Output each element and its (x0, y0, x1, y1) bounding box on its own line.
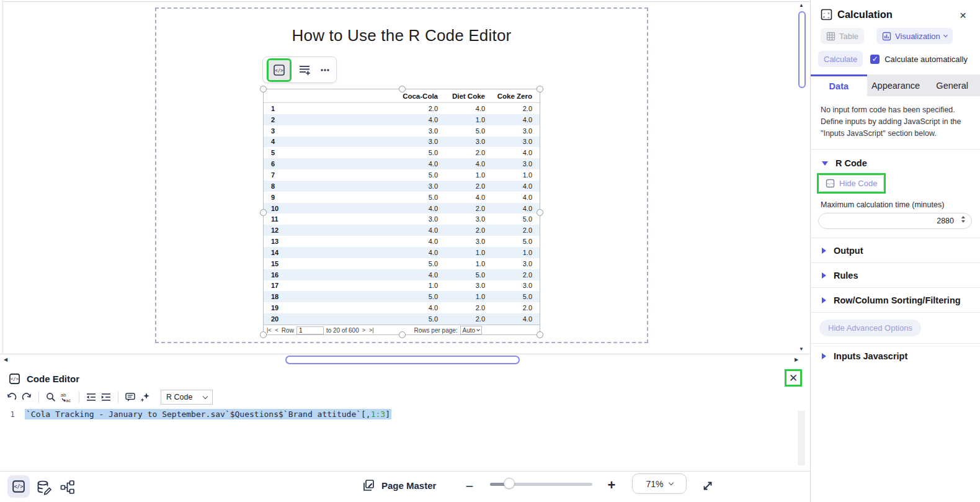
search-icon[interactable] (45, 392, 56, 403)
table-cell: 3.0 (492, 138, 540, 145)
table-row: 104.02.04.0 (264, 203, 540, 214)
add-rows-button[interactable] (296, 62, 312, 78)
svg-text:</>: </> (827, 181, 834, 186)
comment-icon[interactable] (125, 392, 136, 403)
table-cell: 5.0 (398, 293, 445, 300)
zoom-in-button[interactable]: + (604, 478, 619, 493)
table-row: 55.02.04.0 (264, 147, 540, 158)
row-label: Row (282, 327, 294, 334)
row-label: 5 (264, 149, 398, 156)
row-label: 2 (264, 116, 398, 123)
section-output[interactable]: Output (811, 238, 980, 262)
svg-text:x: x (828, 11, 830, 15)
indent-icon[interactable] (100, 392, 112, 403)
number-stepper[interactable] (961, 216, 965, 223)
prev-page-button[interactable]: < (275, 327, 279, 333)
calculator-icon: - x + ÷ (821, 9, 832, 20)
first-page-button[interactable]: |< (266, 327, 272, 333)
row-label: 3 (264, 127, 398, 135)
tab-general[interactable]: General (924, 74, 980, 96)
find-replace-icon[interactable]: ab ac (60, 392, 73, 403)
section-rules[interactable]: Rules (811, 263, 980, 287)
page-master-button[interactable]: Page Master (362, 478, 436, 492)
language-select[interactable]: R Code (161, 390, 213, 405)
code-line-row[interactable]: 1 `Cola Tracking - January to September.… (0, 408, 810, 420)
calculation-output-table[interactable]: Coca-Cola Diet Coke Coke Zero 12.04.02.0… (263, 89, 540, 335)
stepper-down-icon[interactable] (961, 220, 965, 223)
code-view-toggle[interactable]: </> (7, 475, 30, 498)
triangle-expanded-icon (822, 161, 828, 166)
dependency-graph-button[interactable] (57, 477, 78, 498)
stepper-up-icon[interactable] (961, 216, 965, 218)
table-cell: 4.0 (445, 160, 492, 168)
code-icon: </> (273, 64, 285, 76)
chevron-down-icon (203, 393, 208, 398)
code-icon: </> (9, 373, 20, 385)
scroll-right-arrow[interactable]: ▶ (795, 357, 798, 362)
table-cell: 1.0 (492, 249, 540, 256)
output-as-table-button[interactable]: Table (821, 28, 864, 44)
section-r-code[interactable]: R Code (811, 150, 980, 168)
r-code-button[interactable]: </> (269, 60, 290, 80)
tab-appearance[interactable]: Appearance (867, 74, 925, 96)
vertical-scrollbar-thumb[interactable] (798, 11, 806, 88)
row-range-text: to 20 of 600 (326, 327, 359, 334)
chevron-down-icon (668, 480, 673, 485)
expand-button[interactable] (699, 477, 716, 495)
more-options-button[interactable] (317, 62, 332, 78)
code-line-content[interactable]: `Cola Tracking - January to September.sa… (25, 409, 391, 419)
next-page-button[interactable]: > (362, 327, 366, 333)
row-label: 1 (264, 105, 398, 112)
svg-text:</>: </> (275, 68, 283, 73)
code-editor-close-button[interactable]: ✕ (786, 371, 800, 385)
horizontal-scrollbar-thumb[interactable] (285, 356, 520, 364)
data-editor-button[interactable] (33, 477, 55, 498)
database-edit-icon (36, 479, 52, 495)
resize-handle[interactable] (260, 331, 267, 338)
table-cell: 4.0 (398, 271, 445, 279)
panel-close-button[interactable]: × (960, 9, 966, 22)
scroll-left-arrow[interactable]: ◀ (4, 357, 7, 362)
zoom-slider-thumb[interactable] (504, 478, 515, 489)
hide-code-button[interactable]: </> Hide Code (819, 175, 884, 192)
outdent-icon[interactable] (86, 392, 97, 403)
section-row-column-sorting-filtering[interactable]: Row/Column Sorting/Filtering (811, 288, 980, 312)
output-as-visualization-button[interactable]: Visualization (876, 28, 953, 44)
table-row: 83.02.04.0 (264, 181, 540, 192)
table-cell: 1.0 (445, 116, 492, 123)
table-cell: 5.0 (398, 315, 445, 323)
resize-handle[interactable] (537, 209, 543, 216)
resize-handle[interactable] (399, 331, 406, 338)
section-inputs-javascript[interactable]: Inputs Javascript (811, 344, 980, 368)
code-editor-scrollbar[interactable] (798, 411, 805, 465)
table-row: 134.03.05.0 (264, 236, 540, 247)
svg-text:ac: ac (66, 398, 71, 403)
calculate-button[interactable]: Calculate (818, 51, 863, 67)
hide-advanced-options-button[interactable]: Hide Advanced Options (819, 320, 921, 336)
resize-handle[interactable] (537, 331, 543, 338)
table-row: 164.05.02.0 (264, 269, 540, 280)
scroll-down-arrow[interactable]: ▼ (799, 346, 804, 352)
resize-handle[interactable] (399, 86, 406, 92)
zoom-out-button[interactable]: − (462, 479, 477, 494)
last-page-button[interactable]: >| (368, 327, 375, 333)
scroll-up-arrow[interactable]: ▲ (799, 2, 804, 8)
table-row: 171.03.03.0 (264, 280, 540, 292)
table-row: 185.01.05.0 (264, 291, 540, 302)
ai-sparkle-icon[interactable] (140, 392, 151, 403)
zoom-level-select[interactable]: 71% (632, 473, 687, 494)
row-number-input[interactable] (296, 326, 324, 334)
undo-icon[interactable] (6, 392, 17, 403)
tab-data[interactable]: Data (811, 74, 867, 96)
no-input-form-message: No input form code has been specified. D… (811, 96, 980, 139)
rows-per-page-select[interactable]: Auto (460, 326, 483, 334)
bar-chart-icon (882, 32, 891, 41)
resize-handle[interactable] (260, 209, 267, 216)
svg-text:</>: </> (11, 376, 19, 382)
calculate-automatically-checkbox[interactable]: ✓ (870, 55, 880, 64)
redo-icon[interactable] (21, 392, 32, 403)
page-master-icon (362, 478, 375, 492)
resize-handle[interactable] (537, 86, 543, 92)
resize-handle[interactable] (260, 86, 267, 92)
max-calc-time-input[interactable]: 2880 (818, 213, 972, 229)
